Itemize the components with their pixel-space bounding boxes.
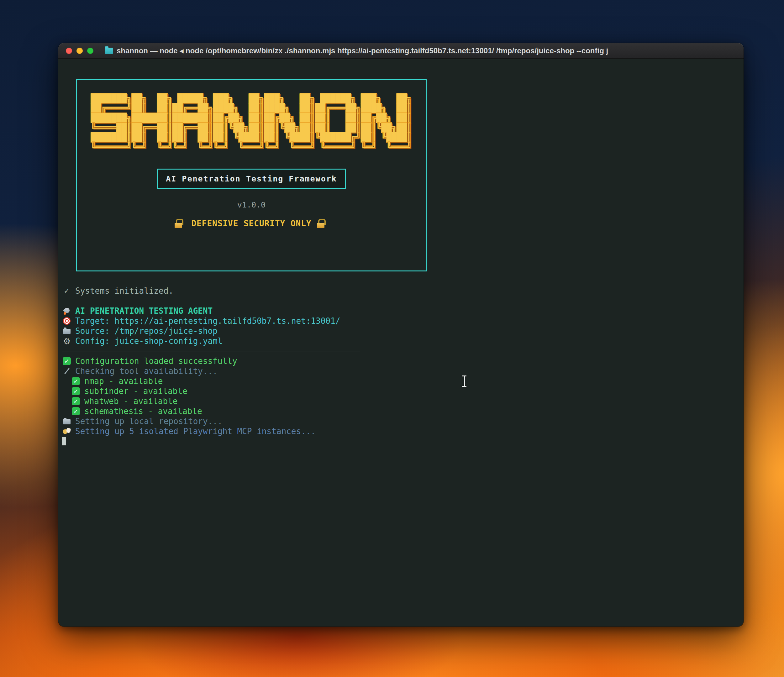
terminal-text: Source: /tmp/repos/juice-shop bbox=[75, 326, 218, 336]
folder-icon bbox=[62, 326, 72, 336]
rocket-icon bbox=[62, 306, 72, 316]
window-titlebar[interactable]: shannon — node ◂ node /opt/homebrew/bin/… bbox=[58, 43, 744, 59]
check-green-icon bbox=[62, 356, 72, 366]
terminal-line: Setting up 5 isolated Playwright MCP ins… bbox=[62, 426, 744, 436]
terminal-line: subfinder - available bbox=[62, 386, 744, 396]
terminal-output[interactable]: ███████╗██╗ ██╗ █████╗ ███╗ ██╗███╗ ██╗ … bbox=[58, 59, 744, 627]
terminal-text: Configuration loaded successfully bbox=[75, 356, 237, 366]
security-notice: DEFENSIVE SECURITY ONLY bbox=[77, 218, 426, 229]
divider bbox=[62, 351, 360, 351]
terminal-line: Target: https://ai-pentesting.tailfd50b7… bbox=[62, 316, 744, 326]
minimize-button[interactable] bbox=[76, 48, 83, 54]
terminal-text: Setting up 5 isolated Playwright MCP ins… bbox=[75, 426, 316, 436]
masks-icon bbox=[62, 426, 72, 436]
terminal-text: Checking tool availability... bbox=[75, 366, 218, 376]
terminal-line bbox=[62, 436, 744, 446]
terminal-text: Setting up local repository... bbox=[75, 417, 222, 426]
zoom-button[interactable] bbox=[87, 48, 93, 54]
folder-proxy-icon bbox=[105, 48, 113, 54]
terminal-line: Config: juice-shop-config.yaml bbox=[62, 336, 744, 346]
terminal-line: Systems initialized. bbox=[62, 286, 744, 296]
terminal-line: Source: /tmp/repos/juice-shop bbox=[62, 326, 744, 336]
wrench-icon bbox=[62, 366, 72, 376]
shannon-ascii-logo: ███████╗██╗ ██╗ █████╗ ███╗ ██╗███╗ ██╗ … bbox=[91, 93, 412, 152]
mouse-ibeam-cursor bbox=[462, 375, 467, 387]
framework-label: AI Penetration Testing Framework bbox=[166, 174, 337, 184]
terminal-text: schemathesis - available bbox=[84, 406, 202, 416]
window-title: shannon — node ◂ node /opt/homebrew/bin/… bbox=[117, 47, 737, 55]
terminal-text: Config: juice-shop-config.yaml bbox=[75, 336, 222, 346]
terminal-line bbox=[62, 296, 744, 306]
terminal-text: Target: https://ai-pentesting.tailfd50b7… bbox=[75, 316, 340, 326]
target-icon bbox=[62, 316, 72, 326]
terminal-line: nmap - available bbox=[62, 376, 744, 386]
close-button[interactable] bbox=[66, 48, 72, 54]
lock-icon bbox=[174, 218, 183, 229]
folder-icon bbox=[62, 417, 72, 426]
terminal-window: shannon — node ◂ node /opt/homebrew/bin/… bbox=[58, 43, 744, 627]
terminal-lines: Systems initialized.AI PENETRATION TESTI… bbox=[62, 286, 744, 446]
terminal-text: AI PENETRATION TESTING AGENT bbox=[75, 306, 213, 316]
terminal-line: AI PENETRATION TESTING AGENT bbox=[62, 306, 744, 316]
shannon-banner-box: ███████╗██╗ ██╗ █████╗ ███╗ ██╗███╗ ██╗ … bbox=[76, 79, 427, 271]
terminal-cursor bbox=[62, 437, 66, 445]
check-green-icon bbox=[71, 377, 81, 386]
check-icon bbox=[62, 286, 72, 296]
terminal-line: schemathesis - available bbox=[62, 406, 744, 416]
security-notice-text: DEFENSIVE SECURITY ONLY bbox=[191, 219, 311, 228]
terminal-text: subfinder - available bbox=[84, 386, 187, 396]
version-label: v1.0.0 bbox=[77, 200, 426, 209]
terminal-text: nmap - available bbox=[84, 377, 163, 386]
check-green-icon bbox=[71, 386, 81, 396]
terminal-line: Setting up local repository... bbox=[62, 416, 744, 426]
lock-icon bbox=[316, 218, 325, 229]
framework-label-box: AI Penetration Testing Framework bbox=[157, 169, 346, 189]
terminal-text: whatweb - available bbox=[84, 397, 177, 406]
terminal-line bbox=[62, 346, 744, 356]
terminal-text: Systems initialized. bbox=[75, 286, 173, 296]
gear-icon bbox=[62, 336, 72, 346]
check-green-icon bbox=[71, 397, 81, 406]
check-green-icon bbox=[71, 406, 81, 416]
terminal-line: Checking tool availability... bbox=[62, 366, 744, 376]
terminal-line: whatweb - available bbox=[62, 396, 744, 406]
terminal-line: Configuration loaded successfully bbox=[62, 356, 744, 366]
